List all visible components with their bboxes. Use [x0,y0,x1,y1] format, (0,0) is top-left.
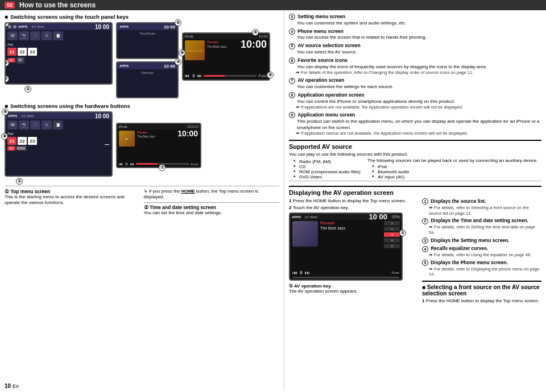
hw-section: Switching screens using the hardware but… [5,103,279,184]
av-play-btn: ⏸ [299,270,304,276]
page-lang: En [13,383,19,389]
circle-7: 7 [289,78,295,84]
bottom-num-1: ① [5,189,9,194]
hw-song-info: Pioneer The Best Jazz [137,131,155,138]
item-6: 6 Favorite source icons You can display … [289,57,541,76]
av-aux-intro: The following sources can be played back… [367,158,537,163]
ipod-screen: iPod1 10:00 Asian Flavor Pioneer The Bes… [182,32,270,81]
hw-ipod-art: Art [119,131,135,147]
hw-icon4: ⚙ [42,120,52,130]
screen-icon3: 🎵 [30,31,40,40]
av-sources-cols: Radio (FM, AM) CD ROM (compressed audio … [289,158,541,181]
av-aux-sources: iPod Bluetooth audio AV input (AV) AUX H… [372,164,537,181]
source-ipod: iPod [372,164,537,169]
av-source-section: Supported AV source You can play or use … [289,140,541,181]
av-op-numbered-items: 1 Displays the source list. For details,… [422,198,541,303]
screen-phone-icon: ☎ [16,57,24,64]
hw-screen-header: APPS 1/1 Wed 10 00 [6,112,111,119]
select-step1-text: Press the HOME button to display the Top… [426,298,540,303]
page-number: 10 [5,383,11,389]
small-apps-2: APPS [119,64,129,68]
source-bluetooth: Bluetooth audio [372,169,537,174]
touch-panel-screens: APPS 1/1 Wed 10 00 ☎ 📷 🎵 ⚙ 📋 App 21 [5,22,279,98]
screen-icon4: ⚙ [42,31,52,40]
hw-progress-fill [136,163,157,165]
hw-ipod-title: iPod1 [119,125,127,128]
main-content: Switching screens using the touch panel … [0,10,546,390]
circle-9: 9 [289,112,295,118]
av-op-step1: 1 Press the HOME button to display the T… [289,198,417,203]
av-item-2-title: Displays the Time and date setting scree… [431,218,528,223]
screen-time: 10 00 [95,24,109,30]
item-3-text: You can customize the system and audio s… [297,20,541,27]
av-item-2-note: For details, refer to Setting the time a… [429,224,541,236]
av-prev-btn: ⏮ [292,270,297,276]
av-op-section: Displaying the AV operation screen 1 Pre… [289,186,541,303]
av-circle-3: 3 [422,237,428,244]
chapter-label: 02 [5,2,15,9]
hw-art-text: Art [125,137,128,140]
hw-ipod-time: 11/1/14 [187,125,198,128]
av-op-screen: APPS 1/1 Wed 10 00 00% Pioneer The Best … [289,212,403,281]
av-op-item-4: 4 Recalls equalizer curves. For details,… [422,245,541,258]
small-screen-header2: APPS 10 00 [117,62,177,69]
select-step1-num: 1 [422,298,426,303]
av-item-4-note: For details, refer to Using the equalize… [429,252,541,258]
av-op-item-5: 5 Displays the Phone menu screen. For de… [422,260,541,277]
hw-bottom-row: AV MODE [6,145,111,151]
hw-callout-1: ① [16,178,23,185]
av-item-1-note: For details, refer to Selecting a front … [429,205,541,216]
av-circle-4: 4 [422,246,428,252]
hw-prev: ⏮ [119,162,123,166]
callout-4: ④ [252,29,259,36]
av-op-bigtime: 10 00 [369,212,387,221]
ipod-play-btn: ⏸ [191,73,196,78]
cal-23: 23 [28,48,37,56]
screen-date: 1/1 Wed [31,25,44,28]
small-time-1: 10 00 [164,24,175,30]
hw-icon3: 🎵 [30,120,40,130]
ipod-song-info: Pioneer The Best Jazz [207,40,227,48]
av-op-tabs: ① ② ③ ④ ⑤ [384,221,400,248]
av-op-step1-text: Press the HOME button to display the Top… [293,198,407,203]
av-op-controls: ⏮ ⏸ ⏭ Func [292,270,399,276]
av-op-title: Displaying the AV operation screen [289,189,541,196]
small-screen-wrap2: ③ APPS 10 00 Settings [116,61,179,98]
av-source-title: Supported AV source [289,143,541,150]
av-op-key-title: ① AV operation key [289,283,331,289]
screen-header: APPS 1/1 Wed 10 00 [6,23,111,30]
bottom-title-2: Time and date setting screen [150,205,216,210]
small-time-2: 10 00 [164,64,175,69]
hw-av-btn: AV [7,146,15,151]
hw-cal-21: 21 [7,137,16,145]
screen-calendar-row: 21 22 23 [6,47,111,56]
ipod-logo: Pioneer [207,40,227,44]
small-content-1: Time/Date [117,30,177,37]
source-rom: ROM (compressed audio files) [293,169,361,174]
screen-bottom-row: AV ☎ [6,56,111,64]
item-9-title: Application menu screen [297,112,355,118]
av-op-percent: 00% [392,215,400,219]
callout-3: ③ [175,59,181,65]
bottom-num-2: ② [144,205,148,210]
item-4: 4 Phone menu screen You can access the s… [289,28,541,41]
right-top: 3 Setting menu screen You can customize … [289,14,541,181]
callout-8: ⑧ [5,60,9,66]
small-content-2: Settings [117,69,177,76]
ipod-title-label: iPod1 [185,35,193,38]
hw-calendar-row: 21 22 23 [6,136,111,145]
cal-22: 22 [18,48,27,56]
screen-app-row: App [6,41,111,47]
circle-5: 5 [289,43,295,49]
av-op-item-1: 1 Displays the source list. For details,… [422,198,541,216]
av-op-apps-label: APPS [292,215,301,219]
av-op-screen-appears: The AV operation screen appears. [289,289,417,294]
callout-6: ⑥ [179,49,185,56]
hw-func: Func [191,162,198,166]
av-op-date: 1/1 Wed [304,215,317,219]
right-bottom: Displaying the AV operation screen 1 Pre… [289,181,541,303]
ipod-track: The Best Jazz [207,45,227,48]
ipod-controls: ⏮ ⏸ ⏭ Func [183,73,269,78]
hw-main-wrap: ⑨ ⑧ APPS 1/1 Wed 10 00 ☎ 📷 🎵 ⚙ [5,111,113,184]
item-8-title: Application operation screen [297,92,364,98]
